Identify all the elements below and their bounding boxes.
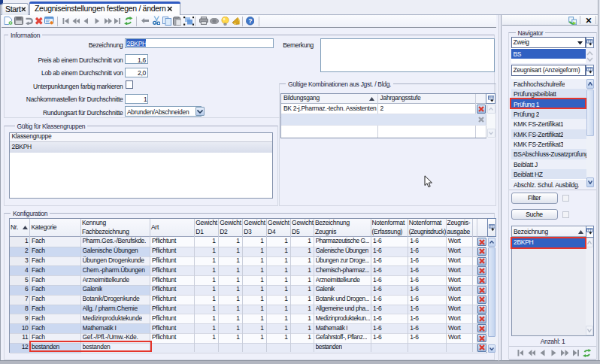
svg-text:?: ? bbox=[248, 17, 252, 25]
